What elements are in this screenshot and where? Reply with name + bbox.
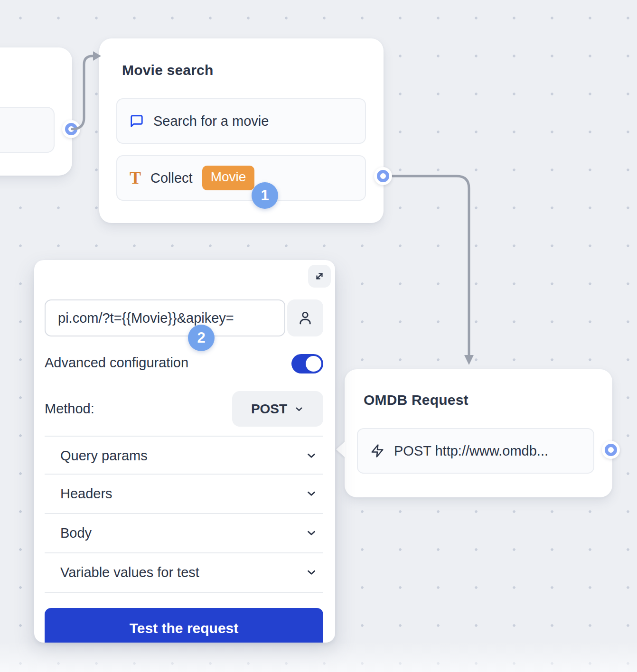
method-value: POST bbox=[251, 401, 287, 417]
accordion-query-params[interactable]: Query params bbox=[45, 437, 323, 475]
chevron-down-icon bbox=[305, 449, 318, 462]
node-title: Movie search bbox=[122, 62, 214, 78]
connector-left-to-movie-search bbox=[72, 56, 94, 129]
port-ring bbox=[605, 444, 617, 456]
accordion-variable-values[interactable]: Variable values for test bbox=[45, 553, 323, 591]
advanced-config-toggle[interactable] bbox=[291, 354, 323, 373]
collect-block[interactable]: T Collect Movie bbox=[116, 155, 366, 201]
chat-bubble-icon bbox=[130, 114, 144, 128]
chevron-down-icon bbox=[294, 404, 304, 414]
message-block-label: Search for a movie bbox=[153, 113, 269, 129]
node-title: OMDB Request bbox=[364, 392, 468, 408]
request-url-input[interactable] bbox=[45, 299, 285, 336]
partial-node-block[interactable] bbox=[0, 107, 55, 153]
text-input-icon: T bbox=[130, 169, 141, 187]
person-button[interactable] bbox=[287, 299, 323, 336]
webhook-block[interactable]: POST http://www.omdb... bbox=[357, 428, 594, 474]
person-icon bbox=[297, 310, 313, 326]
test-request-button[interactable]: Test the request bbox=[45, 608, 323, 643]
accordion-headers[interactable]: Headers bbox=[45, 475, 323, 513]
connector-arrowhead-down bbox=[464, 355, 474, 365]
node-editor-pointer bbox=[336, 441, 345, 457]
port-ring bbox=[65, 123, 77, 135]
accordion-label: Body bbox=[60, 525, 92, 541]
advanced-configuration-label: Advanced configuration bbox=[45, 355, 188, 371]
accordion-body[interactable]: Body bbox=[45, 514, 323, 552]
message-block[interactable]: Search for a movie bbox=[116, 98, 366, 144]
chevron-down-icon bbox=[305, 487, 318, 500]
step-marker-1: 1 bbox=[252, 182, 278, 209]
accordion-label: Query params bbox=[60, 448, 148, 464]
expand-button[interactable] bbox=[308, 265, 331, 288]
divider bbox=[45, 592, 323, 593]
accordion-label: Headers bbox=[60, 486, 112, 502]
canvas-bottom-fade bbox=[0, 642, 637, 672]
method-label: Method: bbox=[45, 401, 94, 417]
connector-movie-search-to-omdb bbox=[390, 176, 469, 355]
zap-icon bbox=[370, 444, 384, 458]
variable-badge[interactable]: Movie bbox=[202, 166, 255, 190]
accordion-label: Variable values for test bbox=[60, 565, 199, 580]
collect-block-label: Collect bbox=[150, 170, 193, 186]
movie-search-output-port[interactable] bbox=[374, 167, 392, 185]
port-ring bbox=[377, 170, 389, 182]
flow-canvas[interactable]: Movie search Search for a movie T Collec… bbox=[0, 0, 637, 672]
partial-node-card[interactable] bbox=[0, 47, 72, 176]
node-editor-panel: Advanced configuration Method: POST Quer… bbox=[34, 260, 335, 643]
partial-node-output-port[interactable] bbox=[62, 120, 80, 138]
movie-search-node[interactable]: Movie search Search for a movie T Collec… bbox=[99, 38, 384, 223]
chevron-down-icon bbox=[305, 527, 318, 539]
omdb-output-port[interactable] bbox=[602, 441, 620, 459]
webhook-block-label: POST http://www.omdb... bbox=[394, 443, 548, 459]
expand-icon bbox=[313, 270, 326, 282]
chevron-down-icon bbox=[305, 566, 318, 579]
toggle-knob bbox=[306, 356, 321, 372]
step-marker-2: 2 bbox=[188, 325, 215, 351]
method-dropdown[interactable]: POST bbox=[232, 391, 323, 427]
omdb-request-node[interactable]: OMDB Request POST http://www.omdb... bbox=[345, 369, 612, 497]
